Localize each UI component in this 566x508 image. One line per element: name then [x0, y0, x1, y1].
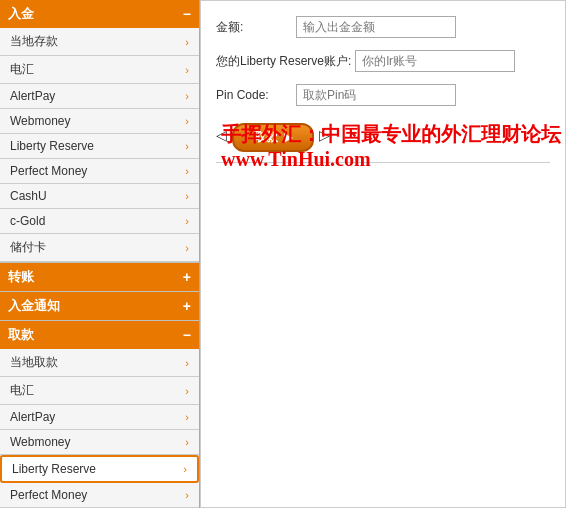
section-header-deposit-notify[interactable]: 入金通知 + [0, 292, 199, 320]
section-label-deposit: 入金 [8, 5, 34, 23]
menu-item-libertyreserve-withdraw[interactable]: Liberty Reserve › [0, 455, 199, 483]
section-toggle-withdraw: − [183, 327, 191, 343]
arrow-icon: › [185, 140, 189, 152]
arrow-icon: › [185, 215, 189, 227]
menu-item-local-deposit[interactable]: 当地存款 › [0, 28, 199, 56]
outer-arrow-right-icon: ▷ [319, 127, 330, 143]
section-label-withdraw: 取款 [8, 326, 34, 344]
menu-item-cashu-deposit[interactable]: CashU › [0, 184, 199, 209]
menu-item-local-withdraw[interactable]: 当地取款 › [0, 349, 199, 377]
submit-arrow-icon: ▶ [284, 131, 292, 144]
menu-item-wire-deposit[interactable]: 电汇 › [0, 56, 199, 84]
amount-row: 金额: [216, 16, 550, 38]
sidebar: 入金 − 当地存款 › 电汇 › AlertPay › Webmoney › L… [0, 0, 200, 508]
section-header-withdraw[interactable]: 取款 − [0, 321, 199, 349]
menu-item-alertpay-withdraw[interactable]: AlertPay › [0, 405, 199, 430]
menu-item-cgold-deposit[interactable]: c-Gold › [0, 209, 199, 234]
section-toggle-transfer: + [183, 269, 191, 285]
arrow-icon: › [185, 36, 189, 48]
arrow-icon: › [185, 165, 189, 177]
divider [216, 162, 550, 163]
account-label: 您的Liberty Reserve账户: [216, 53, 351, 70]
arrow-icon: › [185, 115, 189, 127]
arrow-icon: › [185, 411, 189, 423]
arrow-icon: › [185, 436, 189, 448]
section-toggle-deposit: − [183, 6, 191, 22]
menu-item-webmoney-withdraw[interactable]: Webmoney › [0, 430, 199, 455]
submit-button[interactable]: 取款 ▶ [232, 123, 314, 152]
account-row: 您的Liberty Reserve账户: [216, 50, 550, 72]
arrow-icon: › [185, 489, 189, 501]
main-content: 金额: 您的Liberty Reserve账户: Pin Code: ◁ 取款 … [200, 0, 566, 508]
menu-item-alertpay-deposit[interactable]: AlertPay › [0, 84, 199, 109]
pincode-row: Pin Code: [216, 84, 550, 106]
section-label-transfer: 转账 [8, 268, 34, 286]
menu-item-perfectmoney-deposit[interactable]: Perfect Money › [0, 159, 199, 184]
menu-item-wire-withdraw[interactable]: 电汇 › [0, 377, 199, 405]
arrow-icon: › [185, 385, 189, 397]
arrow-icon: › [185, 64, 189, 76]
pincode-input[interactable] [296, 84, 456, 106]
menu-item-prepaid-deposit[interactable]: 储付卡 › [0, 234, 199, 262]
menu-item-perfectmoney-withdraw[interactable]: Perfect Money › [0, 483, 199, 508]
section-label-deposit-notify: 入金通知 [8, 297, 60, 315]
account-input[interactable] [355, 50, 515, 72]
submit-wrapper: ◁ 取款 ▶ ▷ [216, 118, 550, 152]
arrow-icon: › [185, 90, 189, 102]
pincode-label: Pin Code: [216, 88, 296, 102]
arrow-icon: › [183, 463, 187, 475]
arrow-icon: › [185, 190, 189, 202]
withdraw-menu: 当地取款 › 电汇 › AlertPay › Webmoney › Libert… [0, 349, 199, 508]
menu-item-libertyreserve-deposit[interactable]: Liberty Reserve › [0, 134, 199, 159]
deposit-menu: 当地存款 › 电汇 › AlertPay › Webmoney › Libert… [0, 28, 199, 262]
section-header-deposit[interactable]: 入金 − [0, 0, 199, 28]
section-toggle-deposit-notify: + [183, 298, 191, 314]
amount-input[interactable] [296, 16, 456, 38]
arrow-icon: › [185, 242, 189, 254]
section-header-transfer[interactable]: 转账 + [0, 263, 199, 291]
arrow-icon: › [185, 357, 189, 369]
submit-label: 取款 [254, 129, 278, 146]
menu-item-webmoney-deposit[interactable]: Webmoney › [0, 109, 199, 134]
amount-label: 金额: [216, 19, 296, 36]
outer-arrow-left-icon: ◁ [216, 127, 227, 143]
